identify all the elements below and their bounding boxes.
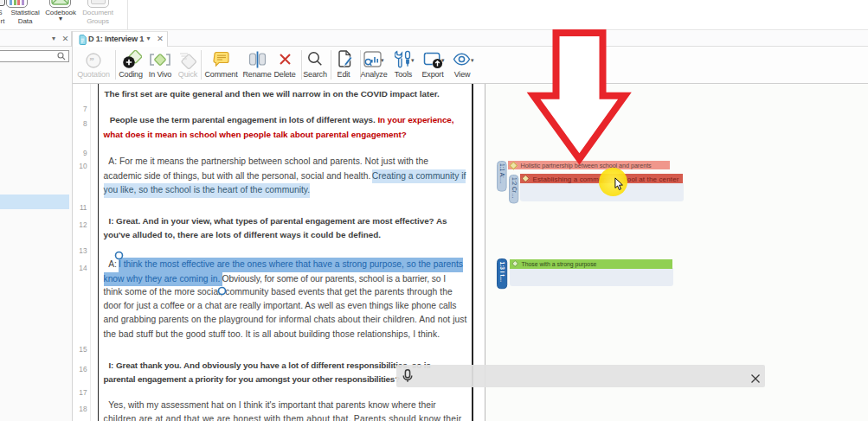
- svg-text:1:3 I t…: 1:3 I t…: [499, 261, 505, 282]
- svg-text:”: ”: [89, 55, 94, 66]
- svg-text:1:1 A:…: 1:1 A:…: [499, 163, 505, 183]
- svg-text:1:2 Cr…: 1:2 Cr…: [511, 177, 518, 199]
